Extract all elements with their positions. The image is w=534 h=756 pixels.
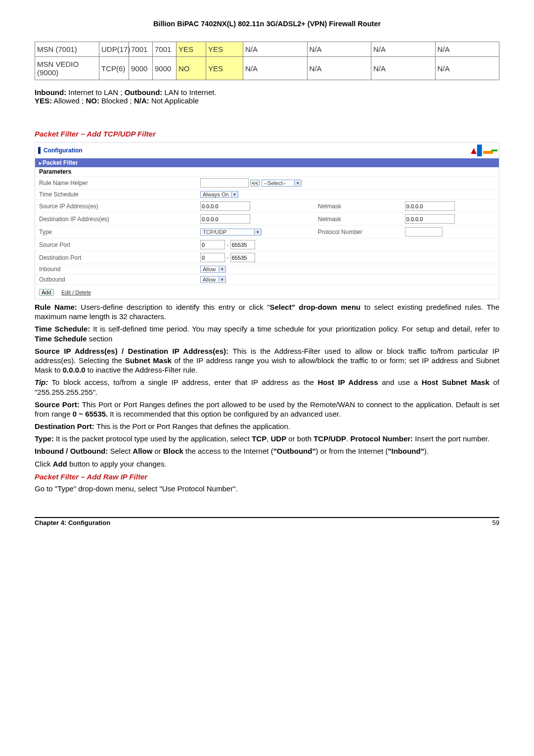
chevron-down-icon[interactable]: ▾ [231,192,238,197]
src-ip-label: Source IP Address(es) [35,200,196,213]
outbound-select[interactable]: Allow [201,277,219,283]
click-add-desc: Click Add button to apply your changes. [35,459,499,469]
footer-chapter: Chapter 4: Configuration [35,519,110,526]
src-netmask-input[interactable] [405,201,455,211]
src-port-from-input[interactable] [200,240,225,249]
dst-port-to-input[interactable] [230,253,255,262]
legend-notes: Inbound: Internet to LAN ; Outbound: LAN… [35,88,499,105]
rule-name-desc: Rule Name: Users-define description to i… [35,302,499,321]
dst-ip-input[interactable] [200,214,250,224]
helper-select[interactable]: --Select-- [262,180,294,186]
dst-netmask-input[interactable] [405,214,455,224]
time-schedule-select[interactable]: Always On [201,191,231,197]
src-ip-input[interactable] [200,201,250,211]
inbound-label: Inbound [35,264,196,275]
arrow-icon: ▸ [39,160,42,166]
inbound-select[interactable]: Allow [201,266,219,272]
chevron-down-icon[interactable]: ▾ [219,267,225,272]
table-row: MSN (7001) UDP(17) 7001 7001 YES YES N/A… [35,42,499,57]
tip-desc: Tip: To block access, to/from a single I… [35,378,499,396]
netmask-label: Netmask [314,200,401,213]
footer-page: 59 [492,519,499,526]
chevron-down-icon[interactable]: ▾ [294,181,301,186]
protocol-number-label: Protocol Number [314,226,401,238]
section-title-raw: Packet Filter – Add Raw IP Filter [35,472,499,481]
type-desc: Type: It is the packet protocol type use… [35,434,499,443]
rule-name-label: Rule Name Helper [35,177,196,189]
time-schedule-label: Time Schedule [35,189,196,200]
raw-desc: Go to "Type" drop-down menu, select "Use… [35,484,499,493]
doc-header: Billion BiPAC 7402NX(L) 802.11n 3G/ADSL2… [35,20,499,28]
dst-port-label: Destination Port [35,251,196,264]
type-label: Type [35,226,196,238]
type-select[interactable]: TCP/UDP [201,229,254,235]
section-title-tcpudp: Packet Filter – Add TCP/UDP Filter [35,130,499,138]
netmask-label: Netmask [314,213,401,226]
inout-desc: Inbound / Outbound: Select Allow or Bloc… [35,446,499,456]
config-panel: Configuration ▲▋▬━ ▸Packet Filter Parame… [35,142,499,299]
brand-logo-icon: ▲▋▬━ [469,144,496,156]
address-desc: Source IP Address(es) / Destination IP A… [35,346,499,375]
table-row: MSN VEDIO (9000) TCP(6) 9000 9000 NO YES… [35,57,499,80]
chevron-down-icon[interactable]: ▾ [219,277,225,282]
add-button[interactable]: Add [39,289,54,296]
dst-ip-label: Destination IP Address(es) [35,213,196,226]
app-port-table: MSN (7001) UDP(17) 7001 7001 YES YES N/A… [35,42,499,80]
chevron-down-icon[interactable]: ▾ [254,230,261,235]
dst-port-from-input[interactable] [200,253,225,262]
edit-delete-link[interactable]: Edit / Delete [61,289,91,295]
helper-insert-button[interactable]: << [250,180,260,187]
outbound-label: Outbound [35,275,196,285]
source-port-desc: Source Port: This Port or Port Ranges de… [35,400,499,419]
rule-name-input[interactable] [200,178,249,188]
protocol-number-input[interactable] [405,227,443,236]
dest-port-desc: Destination Port: This is the Port or Po… [35,422,499,431]
time-schedule-desc: Time Schedule: It is self-defined time p… [35,324,499,343]
panel-title: Configuration [38,147,83,154]
src-port-label: Source Port [35,238,196,251]
filter-form: Rule Name Helper << --Select-- ▾ Time Sc… [35,177,499,285]
src-port-to-input[interactable] [230,240,255,249]
panel-subhead: ▸Packet Filter [35,158,499,167]
parameters-label: Parameters [35,167,499,177]
